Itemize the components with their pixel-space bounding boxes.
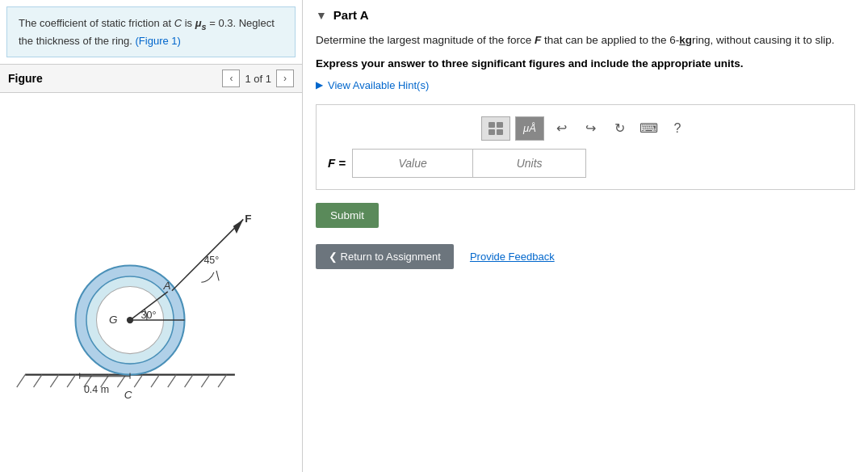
svg-line-1 [17,375,25,388]
hint-row[interactable]: ▶ View Available Hint(s) [316,79,855,91]
svg-rect-34 [497,122,503,128]
answer-instruction: Express your answer to three significant… [316,57,855,70]
hint-arrow-icon: ▶ [316,79,323,91]
svg-text:F: F [245,213,251,225]
hint-label[interactable]: View Available Hint(s) [328,79,429,91]
part-header: ▼ Part A [316,8,855,22]
figure-header: Figure ‹ 1 of 1 › [0,64,302,93]
svg-text:A: A [163,280,171,292]
svg-text:G: G [109,314,118,327]
prev-figure-button[interactable]: ‹ [222,70,240,87]
bottom-nav: ❮ Return to Assignment Provide Feedback [316,244,855,269]
help-icon[interactable]: ? [665,116,690,141]
left-panel: The coefficient of static friction at C … [0,0,303,472]
svg-marker-24 [233,220,243,234]
mu-symbol: μs [195,17,207,29]
svg-line-9 [151,375,159,388]
figure-count: 1 of 1 [245,73,271,85]
svg-line-27 [216,271,219,280]
problem-info: The coefficient of static friction at C … [6,6,296,57]
return-to-assignment-button[interactable]: ❮ Return to Assignment [316,244,454,269]
greek-label: μÅ [523,122,536,134]
figure-nav: ‹ 1 of 1 › [222,70,294,87]
units-input[interactable] [473,149,586,178]
greek-button[interactable]: μÅ [515,116,544,141]
svg-line-11 [185,375,193,388]
svg-line-10 [168,375,176,388]
matrix-button[interactable] [481,116,510,141]
svg-text:30°: 30° [141,310,157,321]
question-text: Determine the largest magnitude of the f… [316,32,855,49]
problem-text-is: is [185,17,195,29]
figure-title: Figure [8,72,43,85]
keyboard-icon[interactable]: ⌨ [636,116,660,141]
figure-svg: G 30° A F 45° 0.4 m [0,93,302,472]
f-label: F = [328,156,346,170]
point-c: C [174,17,182,29]
problem-text-prefix: The coefficient of static friction at [19,17,171,29]
svg-rect-36 [497,129,503,135]
input-row: F = [328,149,843,178]
value-input[interactable] [352,149,473,178]
svg-line-3 [50,375,58,388]
right-panel: ▼ Part A Determine the largest magnitude… [303,0,868,472]
svg-text:0.4 m: 0.4 m [84,385,109,396]
collapse-arrow-icon[interactable]: ▼ [316,9,327,22]
matrix-icon [488,121,504,136]
figure-link[interactable]: (Figure 1) [136,35,181,47]
next-figure-button[interactable]: › [276,70,294,87]
svg-rect-33 [489,122,495,128]
svg-text:C: C [124,389,132,401]
undo-icon[interactable]: ↩ [549,116,573,141]
svg-rect-35 [489,129,495,135]
part-title: Part A [333,8,369,22]
svg-line-4 [67,375,75,388]
toolbar: μÅ ↩ ↪ ↻ ⌨ ? [328,116,843,141]
svg-text:45°: 45° [203,255,219,267]
svg-line-12 [201,375,209,388]
svg-line-8 [134,375,142,388]
redo-icon[interactable]: ↪ [578,116,602,141]
svg-line-13 [218,375,226,388]
answer-container: μÅ ↩ ↪ ↻ ⌨ ? F = [316,104,855,190]
refresh-icon[interactable]: ↻ [607,116,631,141]
submit-button[interactable]: Submit [316,203,379,228]
figure-area: G 30° A F 45° 0.4 m [0,93,302,472]
provide-feedback-button[interactable]: Provide Feedback [470,251,555,263]
svg-line-2 [34,375,42,388]
